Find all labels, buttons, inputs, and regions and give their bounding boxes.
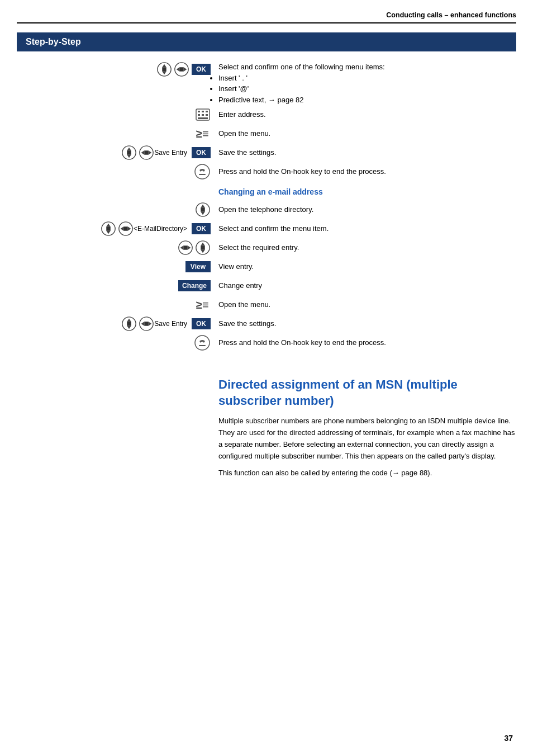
svg-marker-2 [162,72,166,75]
svg-rect-13 [202,114,204,116]
list-item-3: Predictive text, → page 82 [218,94,516,106]
step-row-4: Save Entry OK Save the settings. [17,143,516,162]
step-row-1-left: OK [17,62,215,77]
svg-marker-47 [201,250,204,253]
svg-marker-34 [106,224,110,227]
step-row-4-right: Save the settings. [215,147,516,158]
view-button[interactable]: View [185,261,211,272]
svg-rect-9 [198,111,200,112]
onhook-icon [194,163,211,180]
svg-rect-36 [106,226,110,230]
svg-marker-35 [106,231,110,234]
step-row-2: Enter address. [17,105,516,124]
big-section-right: Directed assignment of an MSN (multiple … [215,363,516,485]
open-menu-icon: ≥≡ [196,127,211,140]
step-row-8-text: Select the required entry. [218,243,299,252]
svg-rect-40 [123,226,127,230]
big-section-para-1: Multiple subscriber numbers are phone nu… [218,415,516,462]
svg-marker-56 [149,322,152,325]
step-row-4-left: Save Entry OK [17,145,215,160]
big-section-para-2: This function can also be called by ente… [218,467,516,479]
step-row-9: View View entry. [17,257,516,276]
svg-rect-53 [127,322,131,325]
svg-marker-39 [128,226,131,230]
svg-rect-26 [145,150,149,154]
step-row-7: <E-MailDirectory> OK Select and confirm … [17,219,516,238]
svg-rect-22 [127,150,131,154]
step-row-7-left: <E-MailDirectory> OK [17,221,215,237]
svg-marker-25 [149,150,152,154]
ok-button-4[interactable]: OK [192,318,211,329]
save-entry-label-1: Save Entry [154,149,187,157]
page-number: 37 [504,734,513,743]
step-row-5: Press and hold the On-hook key to end th… [17,162,516,181]
header-title: Conducting calls – enhanced functions [386,11,516,19]
svg-rect-57 [145,322,149,325]
step-row-10: Change Change entry [17,276,516,295]
save-entry-label-2: Save Entry [154,320,187,328]
step-row-5-right: Press and hold the On-hook key to end th… [215,166,516,177]
nav-left-right-icon-5 [139,316,154,332]
step-row-3-right: Open the menu. [215,128,516,139]
step-row-6: Open the telephone directory. [17,200,516,219]
keyboard-icon [195,107,211,122]
ok-button-3[interactable]: OK [192,223,211,234]
svg-marker-30 [201,205,204,208]
svg-point-58 [195,336,210,350]
onhook-icon-2 [194,334,211,351]
svg-rect-14 [206,114,208,116]
email-directory-label: <E-MailDirectory> [134,225,187,233]
svg-marker-46 [201,243,204,246]
step-row-2-right: Enter address. [215,109,516,120]
step-row-10-left: Change [17,280,215,291]
svg-rect-7 [179,67,183,71]
svg-marker-21 [127,155,131,158]
svg-marker-42 [180,245,184,249]
nav-up-down-icon-3 [195,202,211,218]
svg-marker-38 [121,226,124,230]
svg-marker-31 [201,212,204,215]
ok-button-2[interactable]: OK [192,147,211,158]
svg-marker-43 [188,245,191,249]
svg-rect-3 [162,67,166,71]
page: Conducting calls – enhanced functions St… [0,0,533,756]
big-section-row: Directed assignment of an MSN (multiple … [17,363,516,485]
nav-up-down-icon-6 [121,316,137,332]
step-row-2-text: Enter address. [218,110,266,119]
step-row-12: Save Entry OK Save the settings. [17,314,516,333]
step-row-12-left: Save Entry OK [17,316,215,332]
step-row-9-left: View [17,261,215,272]
svg-marker-55 [141,322,145,325]
step-row-6-left [17,202,215,218]
steps-container: OK Select and confirm one of the followi… [17,59,516,485]
svg-rect-16 [199,117,206,119]
change-button[interactable]: Change [178,280,211,291]
svg-text:≥≡: ≥≡ [196,127,209,140]
step-row-1-list: Insert ' . ' Insert '@' Predictive text,… [218,73,516,106]
step-row-2-left [17,107,215,122]
step-row-9-text: View entry. [218,262,254,271]
step-row-9-right: View entry. [215,261,516,272]
list-item-2: Insert '@' [218,83,516,94]
step-row-7-right: Select and confirm the menu item. [215,223,516,234]
step-row-11-left: ≥≡ [17,299,215,311]
section-title-row: Changing an e-mail address [17,181,516,200]
step-row-7-text: Select and confirm the menu item. [218,224,329,233]
step-row-6-right: Open the telephone directory. [215,204,516,215]
svg-rect-59 [199,345,206,346]
svg-rect-12 [198,114,200,116]
step-by-step-label: Step-by-Step [17,32,516,51]
nav-up-down-icon [156,62,172,77]
step-row-12-right: Save the settings. [215,318,516,329]
section-title-right: Changing an e-mail address [215,182,516,200]
step-row-8: Select the required entry. [17,238,516,257]
svg-marker-6 [184,67,187,71]
step-row-10-text: Change entry [218,281,262,290]
svg-rect-32 [201,207,204,211]
page-header: Conducting calls – enhanced functions [17,11,516,23]
step-row-10-right: Change entry [215,280,516,291]
nav-left-right-icon-4 [178,240,193,256]
ok-button-1[interactable]: OK [192,64,211,75]
step-row-5-left [17,163,215,180]
step-row-6-text: Open the telephone directory. [218,205,313,214]
